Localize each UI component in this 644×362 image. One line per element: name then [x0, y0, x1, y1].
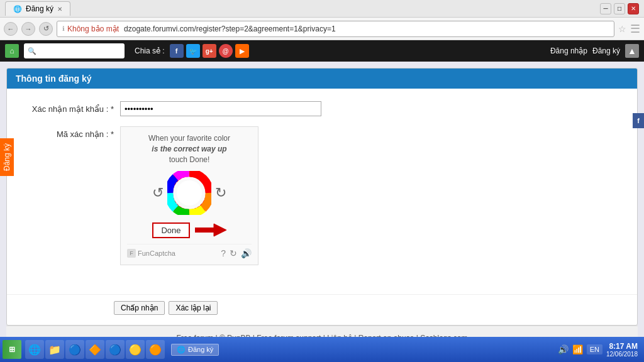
search-box[interactable]: 🔍	[24, 43, 125, 58]
captcha-widget: When your favorite color is the correct …	[120, 126, 258, 265]
address-bar[interactable]: ℹ Không bảo mật dzogate.forumvi.com/regi…	[57, 21, 614, 37]
tab-title: Đăng ký	[26, 4, 53, 13]
active-tab-icon: 🌐	[177, 346, 186, 354]
refresh-button[interactable]: ↺	[39, 22, 53, 36]
bookmark-star-icon[interactable]: ☆	[618, 24, 626, 34]
done-button[interactable]: Done	[152, 222, 189, 238]
browser-tab[interactable]: 🌐 Đăng ký ✕	[5, 1, 70, 16]
taskbar-icon-2: 📁	[48, 344, 61, 356]
social-icons: f 🐦 g+ @ ▶	[170, 44, 249, 58]
volume-icon[interactable]: 🔊	[558, 344, 569, 354]
funcaptcha-name: FunCaptcha	[138, 250, 175, 257]
home-icon: ⌂	[9, 47, 14, 55]
captcha-label: Mã xác nhận : *	[19, 126, 120, 139]
network-icon[interactable]: 📶	[572, 344, 583, 354]
done-arrow-indicator	[195, 221, 226, 239]
color-wheel-container: ↺	[127, 171, 252, 215]
svg-marker-3	[214, 224, 226, 236]
system-clock: 8:17 AM 12/06/2018	[606, 342, 638, 358]
reset-button[interactable]: Xác lập lại	[169, 301, 218, 315]
accept-button[interactable]: Chấp nhận	[114, 301, 165, 315]
googleplus-share-icon[interactable]: g+	[203, 44, 216, 58]
active-window-btn[interactable]: 🌐 Đăng ký	[171, 344, 219, 356]
nav-bar: ← → ↺ ℹ Không bảo mật dzogate.forumvi.co…	[0, 18, 644, 40]
lang-text: EN	[590, 346, 599, 353]
password-label: Xác nhận mật khẩu : *	[19, 101, 120, 114]
taskbar-items: 🌐 📁 🔵 🔶 🔵 🟡 🟠	[25, 340, 165, 359]
side-register-tab[interactable]: Đăng ký	[0, 138, 14, 176]
form-title: Thông tin đăng ký	[16, 74, 92, 84]
register-link[interactable]: Đăng ký	[592, 47, 620, 55]
forward-icon: →	[25, 25, 32, 33]
form-buttons: Chấp nhận Xác lập lại	[7, 301, 637, 325]
captcha-footer: F FunCaptcha ? ↻ 🔊	[127, 244, 252, 258]
search-icon: 🔍	[28, 47, 36, 55]
captcha-container: When your favorite color is the correct …	[120, 126, 625, 265]
captcha-help-icon[interactable]: ?	[221, 248, 226, 258]
active-tab-label: Đăng ký	[188, 346, 213, 353]
facebook-side-widget[interactable]: f	[633, 113, 644, 128]
maximize-btn[interactable]: □	[614, 3, 625, 14]
forward-button[interactable]: →	[21, 22, 35, 36]
lock-icon: ℹ	[62, 25, 65, 32]
color-wheel[interactable]	[167, 171, 211, 215]
menu-icon[interactable]: ☰	[630, 22, 640, 36]
back-button[interactable]: ←	[4, 22, 18, 36]
taskbar-item-4[interactable]: 🔶	[86, 340, 104, 359]
close-btn[interactable]: ✕	[628, 3, 639, 14]
not-secure-label: Không bảo mật	[67, 25, 119, 33]
captcha-audio-icon[interactable]: 🔊	[241, 248, 252, 258]
main-content: Thông tin đăng ký Xác nhận mật khẩu : * …	[0, 62, 644, 356]
taskbar-item-6[interactable]: 🟡	[126, 340, 145, 359]
taskbar-icon-1: 🌐	[28, 344, 41, 356]
taskbar-icon-4: 🔶	[89, 344, 101, 356]
language-indicator[interactable]: EN	[587, 344, 602, 354]
password-row: Xác nhận mật khẩu : *	[19, 101, 625, 116]
url-text: dzogate.forumvi.com/register?step=2&agre…	[124, 25, 609, 33]
registration-form: Thông tin đăng ký Xác nhận mật khẩu : * …	[6, 68, 638, 326]
form-body: Xác nhận mật khẩu : * Mã xác nhận : * Wh…	[7, 89, 637, 288]
taskbar-icon-7: 🟠	[149, 344, 162, 356]
tab-close-btn[interactable]: ✕	[57, 6, 62, 13]
home-bookmark[interactable]: ⌂	[5, 44, 19, 58]
twitter-share-icon[interactable]: 🐦	[186, 44, 200, 58]
start-icon: ⊞	[9, 345, 15, 354]
captcha-line1: When your favorite color	[148, 134, 230, 143]
taskbar-item-5[interactable]: 🔵	[106, 340, 125, 359]
captcha-refresh-icon[interactable]: ↻	[230, 248, 237, 258]
search-input[interactable]	[36, 47, 118, 55]
title-bar: 🌐 Đăng ký ✕ ─ □ ✕	[0, 0, 644, 18]
form-header: Thông tin đăng ký	[7, 69, 637, 89]
clock-time: 8:17 AM	[606, 342, 638, 351]
bookmarks-bar: ⌂ 🔍 Chia sẻ : f 🐦 g+ @ ▶ Đăng nhập Đăng …	[0, 40, 644, 62]
taskbar-item-1[interactable]: 🌐	[25, 340, 44, 359]
svg-rect-4	[195, 228, 215, 233]
taskbar: ⊞ 🌐 📁 🔵 🔶 🔵 🟡 🟠 🌐 Đăng ký 🔊 📶	[0, 337, 644, 362]
form-divider	[7, 294, 637, 295]
refresh-icon: ↺	[43, 25, 49, 33]
captcha-line2: is the correct way up	[152, 145, 226, 153]
rotate-right-arrow: ↻	[215, 185, 226, 201]
active-tab-indicator: 🌐 Đăng ký	[171, 344, 219, 356]
captcha-instruction: When your favorite color is the correct …	[127, 133, 252, 165]
start-button[interactable]: ⊞	[3, 340, 21, 359]
funcaptcha-logo: F FunCaptcha	[127, 249, 175, 258]
minimize-btn[interactable]: ─	[600, 3, 611, 14]
taskbar-item-2[interactable]: 📁	[45, 340, 64, 359]
captcha-row: Mã xác nhận : * When your favorite color…	[19, 126, 625, 265]
email-share-icon[interactable]: @	[219, 44, 233, 58]
confirm-password-field[interactable]	[120, 101, 321, 116]
taskbar-item-7[interactable]: 🟠	[146, 340, 165, 359]
login-link[interactable]: Đăng nhập	[550, 47, 587, 55]
tab-favicon: 🌐	[13, 5, 22, 13]
nav-menu-icon[interactable]: ▲	[625, 44, 639, 58]
rss-share-icon[interactable]: ▶	[235, 44, 249, 58]
taskbar-right: 🔊 📶 EN 8:17 AM 12/06/2018	[558, 342, 641, 358]
facebook-share-icon[interactable]: f	[170, 44, 184, 58]
top-right-nav: Đăng nhập Đăng ký ▲	[550, 44, 639, 58]
taskbar-icon-6: 🟡	[129, 344, 142, 356]
back-icon: ←	[8, 25, 14, 33]
svg-point-2	[177, 180, 202, 206]
taskbar-item-3[interactable]: 🔵	[65, 340, 84, 359]
taskbar-icon-3: 🔵	[69, 344, 81, 356]
